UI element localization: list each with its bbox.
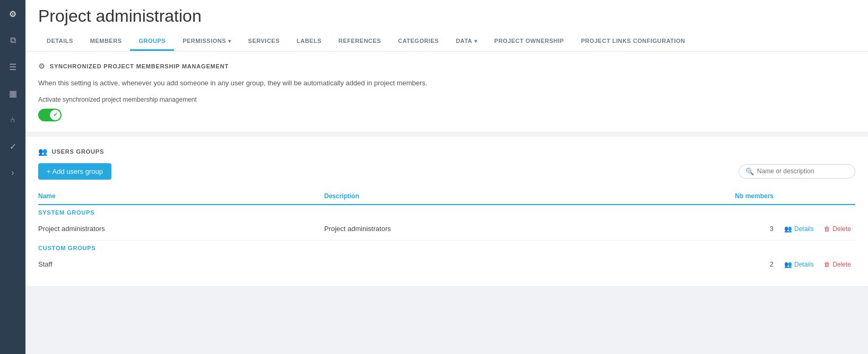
sidebar-gear-icon[interactable]: ⚙ [4, 5, 21, 22]
delete-button-project-admins[interactable]: 🗑 Delete [820, 223, 855, 235]
toggle-label: Activate synchronized project membership… [38, 96, 855, 103]
details-button-staff[interactable]: 👥 Details [780, 259, 818, 270]
details-button-project-admins[interactable]: 👥 Details [780, 223, 818, 235]
group-nb-project-admins: 3 [692, 218, 774, 241]
search-wrap: 🔍 [739, 164, 855, 179]
check-mark: ✓ [53, 111, 58, 118]
tab-members[interactable]: MEMBERS [82, 32, 131, 51]
groups-table: Name Description Nb members SYSTEM GROUP… [38, 188, 855, 276]
permissions-dropdown-icon: ▾ [228, 38, 231, 44]
sidebar-chevron-icon[interactable]: › [4, 164, 21, 181]
details-users-icon-staff: 👥 [784, 261, 792, 268]
tab-labels[interactable]: LABELS [288, 32, 330, 51]
tab-categories[interactable]: CATEGORIES [389, 32, 447, 51]
sync-section: ⚙ SYNCHRONIZED PROJECT MEMBERSHIP MANAGE… [25, 51, 868, 132]
page-title: Project administration [38, 6, 855, 26]
main-content: Project administration DETAILS MEMBERS G… [25, 0, 868, 354]
tabs-nav: DETAILS MEMBERS GROUPS PERMISSIONS ▾ SER… [38, 32, 855, 51]
group-actions-project-admins: 👥 Details 🗑 Delete [774, 218, 855, 241]
sidebar-check-icon[interactable]: ✓ [4, 138, 21, 155]
toggle-wrap: ✓ [38, 109, 855, 121]
category-label-system: SYSTEM GROUPS [38, 205, 855, 218]
group-nb-staff: 2 [692, 253, 774, 276]
content-area: ⚙ SYNCHRONIZED PROJECT MEMBERSHIP MANAGE… [25, 51, 868, 354]
col-header-description: Description [324, 188, 692, 205]
col-header-nb-members: Nb members [692, 188, 774, 205]
col-header-actions [774, 188, 855, 205]
data-dropdown-icon: ▾ [474, 38, 478, 44]
group-name-staff: Staff [38, 253, 324, 276]
col-header-name: Name [38, 188, 324, 205]
search-input[interactable] [757, 167, 848, 175]
tab-services[interactable]: SERVICES [240, 32, 288, 51]
group-desc-project-admins: Project administrators [324, 218, 692, 241]
tab-details[interactable]: DETAILS [38, 32, 82, 51]
tab-references[interactable]: REFERENCES [330, 32, 389, 51]
toggle-knob: ✓ [50, 110, 60, 120]
sidebar: ⚙ ⧉ ☰ ▦ ⑃ ✓ › [0, 0, 25, 354]
sync-gear-icon: ⚙ [38, 62, 46, 70]
sync-toggle[interactable]: ✓ [38, 109, 62, 121]
group-desc-staff [324, 253, 692, 276]
tab-groups[interactable]: GROUPS [130, 32, 174, 51]
sync-description: When this setting is active, whenever yo… [38, 78, 855, 88]
category-system-groups: SYSTEM GROUPS [38, 205, 855, 218]
groups-toolbar: + Add users group 🔍 [38, 163, 855, 180]
add-users-group-button[interactable]: + Add users group [38, 163, 111, 180]
details-users-icon: 👥 [784, 225, 792, 233]
users-icon: 👥 [38, 147, 48, 156]
group-name-project-admins: Project administrators [38, 218, 324, 241]
table-row: Project administrators Project administr… [38, 218, 855, 241]
search-icon: 🔍 [745, 167, 754, 175]
category-custom-groups: CUSTOM GROUPS [38, 240, 855, 253]
section-separator [25, 132, 868, 137]
table-row: Staff 2 👥 Details 🗑 Delete [38, 253, 855, 276]
sync-section-header: ⚙ SYNCHRONIZED PROJECT MEMBERSHIP MANAGE… [38, 62, 855, 70]
table-body: SYSTEM GROUPS Project administrators Pro… [38, 205, 855, 276]
tab-project-links[interactable]: PROJECT LINKS CONFIGURATION [572, 32, 694, 51]
sidebar-list-icon[interactable]: ☰ [4, 58, 21, 75]
category-label-custom: CUSTOM GROUPS [38, 240, 855, 253]
delete-trash-icon: 🗑 [824, 225, 830, 233]
sidebar-graph-icon[interactable]: ⑃ [4, 111, 21, 128]
sidebar-copy-icon[interactable]: ⧉ [4, 32, 21, 49]
delete-trash-icon-staff: 🗑 [824, 261, 830, 268]
groups-section-header: 👥 USERS GROUPS [38, 147, 855, 156]
tab-project-ownership[interactable]: PROJECT OWNERSHIP [486, 32, 572, 51]
table-header: Name Description Nb members [38, 188, 855, 205]
groups-section: 👥 USERS GROUPS + Add users group 🔍 Name … [25, 137, 868, 287]
page-header: Project administration DETAILS MEMBERS G… [25, 0, 868, 51]
tab-data[interactable]: DATA ▾ [447, 32, 485, 51]
group-actions-staff: 👥 Details 🗑 Delete [774, 253, 855, 276]
delete-button-staff[interactable]: 🗑 Delete [820, 259, 855, 270]
sidebar-table-icon[interactable]: ▦ [4, 85, 21, 102]
tab-permissions[interactable]: PERMISSIONS ▾ [174, 32, 239, 51]
